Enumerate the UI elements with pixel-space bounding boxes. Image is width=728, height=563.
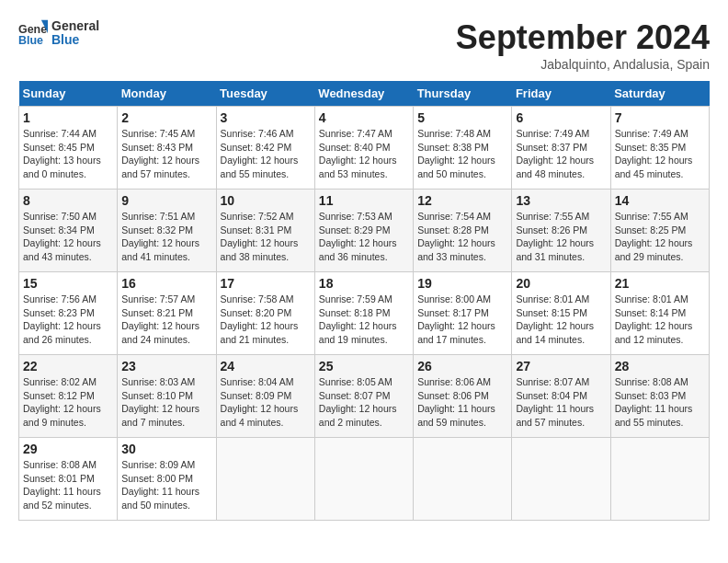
cell-content: Sunrise: 8:04 AM Sunset: 8:09 PM Dayligh… xyxy=(221,375,311,430)
svg-text:Blue: Blue xyxy=(18,34,43,47)
day-cell-6: 6 Sunrise: 7:49 AM Sunset: 8:37 PM Dayli… xyxy=(512,107,610,190)
day-number: 12 xyxy=(417,193,507,208)
day-cell-21: 21 Sunrise: 8:01 AM Sunset: 8:14 PM Dayl… xyxy=(610,272,709,355)
cell-content: Sunrise: 7:52 AM Sunset: 8:31 PM Dayligh… xyxy=(221,210,311,264)
location: Jabalquinto, Andalusia, Spain xyxy=(456,57,710,72)
day-cell-8: 8 Sunrise: 7:50 AM Sunset: 8:34 PM Dayli… xyxy=(19,190,118,272)
cell-content: Sunrise: 7:58 AM Sunset: 8:20 PM Dayligh… xyxy=(221,293,311,347)
day-cell-27: 27 Sunrise: 8:07 AM Sunset: 8:04 PM Dayl… xyxy=(512,355,610,438)
day-cell-30: 30 Sunrise: 8:09 AM Sunset: 8:00 PM Dayl… xyxy=(118,438,216,521)
day-cell-3: 3 Sunrise: 7:46 AM Sunset: 8:42 PM Dayli… xyxy=(216,107,314,190)
empty-cell xyxy=(216,438,314,521)
day-number: 16 xyxy=(121,276,211,291)
cell-content: Sunrise: 8:08 AM Sunset: 8:03 PM Dayligh… xyxy=(615,375,705,430)
day-number: 27 xyxy=(516,359,606,373)
cell-content: Sunrise: 7:54 AM Sunset: 8:28 PM Dayligh… xyxy=(417,210,507,264)
cell-content: Sunrise: 7:57 AM Sunset: 8:21 PM Dayligh… xyxy=(121,293,211,347)
day-number: 7 xyxy=(615,110,705,125)
day-number: 6 xyxy=(516,110,606,125)
day-number: 13 xyxy=(516,193,606,208)
cell-content: Sunrise: 7:51 AM Sunset: 8:32 PM Dayligh… xyxy=(121,210,211,264)
day-number: 29 xyxy=(23,442,113,456)
logo-line1: General xyxy=(51,19,99,33)
empty-cell xyxy=(314,438,413,521)
logo-icon: General Blue xyxy=(18,18,48,48)
day-number: 8 xyxy=(23,193,113,208)
day-cell-9: 9 Sunrise: 7:51 AM Sunset: 8:32 PM Dayli… xyxy=(118,190,216,272)
cell-content: Sunrise: 8:00 AM Sunset: 8:17 PM Dayligh… xyxy=(417,293,507,347)
cell-content: Sunrise: 8:05 AM Sunset: 8:07 PM Dayligh… xyxy=(319,375,409,430)
cell-content: Sunrise: 7:47 AM Sunset: 8:40 PM Dayligh… xyxy=(319,127,409,181)
weekday-header-saturday: Saturday xyxy=(610,81,709,107)
weekday-header-sunday: Sunday xyxy=(19,81,118,107)
cell-content: Sunrise: 7:49 AM Sunset: 8:37 PM Dayligh… xyxy=(516,127,606,181)
day-cell-19: 19 Sunrise: 8:00 AM Sunset: 8:17 PM Dayl… xyxy=(414,272,512,355)
day-cell-23: 23 Sunrise: 8:03 AM Sunset: 8:10 PM Dayl… xyxy=(118,355,216,438)
cell-content: Sunrise: 7:45 AM Sunset: 8:43 PM Dayligh… xyxy=(121,127,211,181)
weekday-header-row: SundayMondayTuesdayWednesdayThursdayFrid… xyxy=(19,81,710,107)
title-block: September 2024 Jabalquinto, Andalusia, S… xyxy=(456,18,710,72)
cell-content: Sunrise: 7:55 AM Sunset: 8:26 PM Dayligh… xyxy=(516,210,606,264)
day-number: 18 xyxy=(319,276,409,291)
cell-content: Sunrise: 7:48 AM Sunset: 8:38 PM Dayligh… xyxy=(417,127,507,181)
cell-content: Sunrise: 8:06 AM Sunset: 8:06 PM Dayligh… xyxy=(417,375,507,430)
day-cell-26: 26 Sunrise: 8:06 AM Sunset: 8:06 PM Dayl… xyxy=(414,355,512,438)
cell-content: Sunrise: 8:03 AM Sunset: 8:10 PM Dayligh… xyxy=(121,375,211,430)
cell-content: Sunrise: 8:01 AM Sunset: 8:14 PM Dayligh… xyxy=(615,293,705,347)
cell-content: Sunrise: 7:50 AM Sunset: 8:34 PM Dayligh… xyxy=(23,210,113,264)
day-number: 19 xyxy=(417,276,507,291)
day-cell-12: 12 Sunrise: 7:54 AM Sunset: 8:28 PM Dayl… xyxy=(414,190,512,272)
day-cell-1: 1 Sunrise: 7:44 AM Sunset: 8:45 PM Dayli… xyxy=(19,107,118,190)
week-row-2: 8 Sunrise: 7:50 AM Sunset: 8:34 PM Dayli… xyxy=(19,190,710,272)
day-number: 25 xyxy=(319,359,409,373)
month-title: September 2024 xyxy=(456,18,710,57)
day-cell-2: 2 Sunrise: 7:45 AM Sunset: 8:43 PM Dayli… xyxy=(118,107,216,190)
cell-content: Sunrise: 7:46 AM Sunset: 8:42 PM Dayligh… xyxy=(221,127,311,181)
cell-content: Sunrise: 8:01 AM Sunset: 8:15 PM Dayligh… xyxy=(516,293,606,347)
day-number: 24 xyxy=(221,359,311,373)
day-cell-10: 10 Sunrise: 7:52 AM Sunset: 8:31 PM Dayl… xyxy=(216,190,314,272)
day-number: 5 xyxy=(417,110,507,125)
empty-cell xyxy=(414,438,512,521)
week-row-4: 22 Sunrise: 8:02 AM Sunset: 8:12 PM Dayl… xyxy=(19,355,710,438)
cell-content: Sunrise: 7:44 AM Sunset: 8:45 PM Dayligh… xyxy=(23,127,113,181)
weekday-header-monday: Monday xyxy=(118,81,216,107)
cell-content: Sunrise: 8:02 AM Sunset: 8:12 PM Dayligh… xyxy=(23,375,113,430)
day-number: 20 xyxy=(516,276,606,291)
day-number: 17 xyxy=(221,276,311,291)
day-number: 22 xyxy=(23,359,113,373)
day-cell-16: 16 Sunrise: 7:57 AM Sunset: 8:21 PM Dayl… xyxy=(118,272,216,355)
page-header: General Blue General Blue September 2024… xyxy=(18,18,710,72)
calendar-table: SundayMondayTuesdayWednesdayThursdayFrid… xyxy=(18,81,710,521)
empty-cell xyxy=(512,438,610,521)
day-number: 2 xyxy=(121,110,211,125)
cell-content: Sunrise: 7:49 AM Sunset: 8:35 PM Dayligh… xyxy=(615,127,705,181)
day-cell-22: 22 Sunrise: 8:02 AM Sunset: 8:12 PM Dayl… xyxy=(19,355,118,438)
day-number: 28 xyxy=(615,359,705,373)
day-number: 26 xyxy=(417,359,507,373)
cell-content: Sunrise: 7:55 AM Sunset: 8:25 PM Dayligh… xyxy=(615,210,705,264)
day-number: 23 xyxy=(121,359,211,373)
day-cell-4: 4 Sunrise: 7:47 AM Sunset: 8:40 PM Dayli… xyxy=(314,107,413,190)
week-row-5: 29 Sunrise: 8:08 AM Sunset: 8:01 PM Dayl… xyxy=(19,438,710,521)
cell-content: Sunrise: 8:09 AM Sunset: 8:00 PM Dayligh… xyxy=(121,458,211,512)
day-number: 15 xyxy=(23,276,113,291)
day-number: 3 xyxy=(221,110,311,125)
day-cell-24: 24 Sunrise: 8:04 AM Sunset: 8:09 PM Dayl… xyxy=(216,355,314,438)
day-number: 4 xyxy=(319,110,409,125)
day-cell-29: 29 Sunrise: 8:08 AM Sunset: 8:01 PM Dayl… xyxy=(19,438,118,521)
cell-content: Sunrise: 8:08 AM Sunset: 8:01 PM Dayligh… xyxy=(23,458,113,512)
week-row-3: 15 Sunrise: 7:56 AM Sunset: 8:23 PM Dayl… xyxy=(19,272,710,355)
weekday-header-tuesday: Tuesday xyxy=(216,81,314,107)
weekday-header-friday: Friday xyxy=(512,81,610,107)
day-cell-17: 17 Sunrise: 7:58 AM Sunset: 8:20 PM Dayl… xyxy=(216,272,314,355)
day-number: 11 xyxy=(319,193,409,208)
day-number: 1 xyxy=(23,110,113,125)
day-number: 30 xyxy=(121,442,211,456)
day-cell-14: 14 Sunrise: 7:55 AM Sunset: 8:25 PM Dayl… xyxy=(610,190,709,272)
week-row-1: 1 Sunrise: 7:44 AM Sunset: 8:45 PM Dayli… xyxy=(19,107,710,190)
day-cell-28: 28 Sunrise: 8:08 AM Sunset: 8:03 PM Dayl… xyxy=(610,355,709,438)
day-cell-7: 7 Sunrise: 7:49 AM Sunset: 8:35 PM Dayli… xyxy=(610,107,709,190)
logo: General Blue General Blue xyxy=(18,18,99,48)
cell-content: Sunrise: 7:53 AM Sunset: 8:29 PM Dayligh… xyxy=(319,210,409,264)
